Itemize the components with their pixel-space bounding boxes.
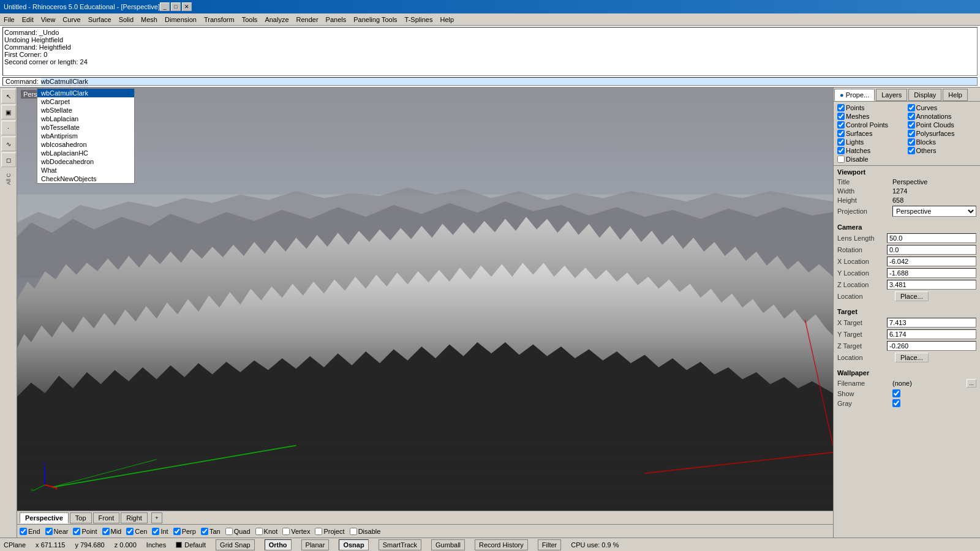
maximize-button[interactable]: □ xyxy=(171,2,181,11)
viewport[interactable]: Persp xyxy=(17,88,833,511)
cb-points-input[interactable] xyxy=(837,104,845,111)
cb-point-clouds-input[interactable] xyxy=(908,121,915,129)
snap-disable-checkbox[interactable] xyxy=(350,528,357,535)
snap-cen-checkbox[interactable] xyxy=(126,528,134,535)
autocomplete-item-wbcatmullclark[interactable]: wbCatmullClark xyxy=(37,89,134,97)
planar-button[interactable]: Planar xyxy=(301,539,330,550)
cb-lights-input[interactable] xyxy=(837,138,845,146)
vtab-front[interactable]: Front xyxy=(93,512,120,523)
wallpaper-browse-button[interactable]: ... xyxy=(967,379,976,388)
cb-polysurfaces-input[interactable] xyxy=(908,130,915,137)
cb-disable-input[interactable] xyxy=(837,156,845,163)
snap-quad-checkbox[interactable] xyxy=(225,528,233,535)
autocomplete-item-wbdodecahedron[interactable]: wbDodecahedron xyxy=(37,157,134,166)
menu-panels[interactable]: Panels xyxy=(322,15,350,24)
tool-select[interactable]: ▣ xyxy=(1,105,16,119)
cb-lights-label: Lights xyxy=(846,138,864,146)
vtab-top[interactable]: Top xyxy=(70,512,92,523)
tool-point[interactable]: · xyxy=(1,121,16,135)
snap-project-label: Project xyxy=(323,528,344,535)
command-input[interactable] xyxy=(41,78,977,85)
autocomplete-item-wbicosahedron[interactable]: wbIcosahedron xyxy=(37,140,134,149)
menu-solid[interactable]: Solid xyxy=(115,15,137,24)
autocomplete-item-what[interactable]: What xyxy=(37,166,134,174)
snap-perp-checkbox[interactable] xyxy=(173,528,181,535)
prop-show-checkbox[interactable] xyxy=(892,389,900,397)
menu-transform[interactable]: Transform xyxy=(200,15,238,24)
cb-curves-input[interactable] xyxy=(908,104,915,111)
panel-tab-display[interactable]: Display xyxy=(908,89,941,101)
vtab-add[interactable]: + xyxy=(151,512,162,523)
camera-place-button[interactable]: Place... xyxy=(895,291,929,301)
cb-meshes-input[interactable] xyxy=(837,113,845,120)
prop-ztarget-input[interactable] xyxy=(887,341,976,351)
cb-surfaces-input[interactable] xyxy=(837,130,845,137)
vtab-perspective[interactable]: Perspective xyxy=(20,512,69,523)
panel-tab-help[interactable]: Help xyxy=(943,89,968,101)
prop-lens-input[interactable] xyxy=(887,233,976,243)
target-place-button[interactable]: Place... xyxy=(895,353,929,362)
osnap-button[interactable]: Osnap xyxy=(339,539,368,550)
menu-file[interactable]: File xyxy=(0,15,18,24)
panel-tab-layers[interactable]: Layers xyxy=(876,89,907,101)
menu-paneling-tools[interactable]: Paneling Tools xyxy=(350,15,401,24)
autocomplete-item-wbantiprism[interactable]: wbAntiprism xyxy=(37,132,134,140)
record-history-button[interactable]: Record History xyxy=(475,539,528,550)
tool-surface[interactable]: ◻ xyxy=(1,152,16,167)
cb-others-input[interactable] xyxy=(908,147,915,154)
prop-xloc-input[interactable] xyxy=(887,257,976,266)
gumball-button[interactable]: Gumball xyxy=(431,539,465,550)
snap-int-checkbox[interactable] xyxy=(152,528,159,535)
menu-view[interactable]: View xyxy=(37,15,59,24)
autocomplete-item-checknewobjects[interactable]: CheckNewObjects xyxy=(37,174,134,183)
snap-knot-checkbox[interactable] xyxy=(255,528,263,535)
prop-rotation-row: Rotation xyxy=(837,245,976,255)
prop-xtarget-input[interactable] xyxy=(887,318,976,328)
menu-surface[interactable]: Surface xyxy=(85,15,115,24)
vtab-right[interactable]: Right xyxy=(121,512,148,523)
autocomplete-item-wblaplacian[interactable]: wbLaplacian xyxy=(37,114,134,123)
autocomplete-item-wblaplacianHC[interactable]: wbLaplacianHC xyxy=(37,149,134,157)
autocomplete-item-wbtessellate[interactable]: wbTessellate xyxy=(37,123,134,132)
menu-mesh[interactable]: Mesh xyxy=(137,15,161,24)
smarttrack-button[interactable]: SmartTrack xyxy=(379,539,421,550)
menu-edit[interactable]: Edit xyxy=(18,15,37,24)
cb-hatches-label: Hatches xyxy=(846,147,870,154)
panel-tab-properties[interactable]: ● Prope... xyxy=(834,89,875,101)
tool-cursor[interactable]: ↖ xyxy=(1,89,16,103)
prop-rotation-input[interactable] xyxy=(887,245,976,255)
properties-panel: Viewport Title Perspective Width 1274 He… xyxy=(834,166,980,538)
menu-tools[interactable]: Tools xyxy=(238,15,262,24)
snap-near-checkbox[interactable] xyxy=(45,528,53,535)
prop-ytarget-input[interactable] xyxy=(887,329,976,339)
minimize-button[interactable]: _ xyxy=(160,2,170,11)
menu-dimension[interactable]: Dimension xyxy=(161,15,200,24)
snap-point-checkbox[interactable] xyxy=(73,528,80,535)
snap-project-checkbox[interactable] xyxy=(315,528,322,535)
prop-zloc-input[interactable] xyxy=(887,280,976,290)
cb-annotations-input[interactable] xyxy=(908,113,915,120)
autocomplete-item-wbcarpet[interactable]: wbCarpet xyxy=(37,97,134,106)
menu-help[interactable]: Help xyxy=(436,15,458,24)
menu-tsplines[interactable]: T-Splines xyxy=(401,15,437,24)
snap-vertex-checkbox[interactable] xyxy=(282,528,290,535)
autocomplete-item-wbstellate[interactable]: wbStellate xyxy=(37,106,134,114)
prop-gray-checkbox[interactable] xyxy=(892,399,900,407)
prop-yloc-input[interactable] xyxy=(887,268,976,278)
tool-curve[interactable]: ∿ xyxy=(1,137,16,151)
close-button[interactable]: ✕ xyxy=(182,2,192,11)
cb-hatches-input[interactable] xyxy=(837,147,845,154)
snap-tan-checkbox[interactable] xyxy=(201,528,208,535)
menu-analyze[interactable]: Analyze xyxy=(261,15,292,24)
menu-curve[interactable]: Curve xyxy=(59,15,84,24)
snap-disable: Disable xyxy=(350,528,381,535)
cb-blocks-input[interactable] xyxy=(908,138,915,146)
menu-render[interactable]: Render xyxy=(293,15,322,24)
snap-end-checkbox[interactable] xyxy=(20,528,27,535)
ortho-button[interactable]: Ortho xyxy=(265,539,292,550)
filter-button[interactable]: Filter xyxy=(538,539,561,550)
cb-control-points-input[interactable] xyxy=(837,121,845,129)
snap-mid-checkbox[interactable] xyxy=(102,528,110,535)
grid-snap-button[interactable]: Grid Snap xyxy=(216,539,255,550)
prop-projection-select[interactable]: Perspective Parallel xyxy=(892,206,976,217)
